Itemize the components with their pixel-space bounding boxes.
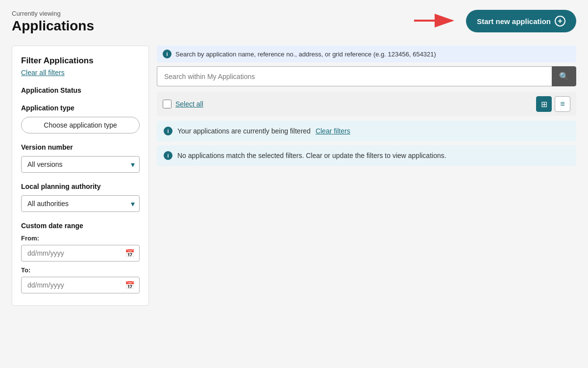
search-hint-banner: i Search by application name, reference … <box>157 46 576 62</box>
red-arrow-icon <box>414 11 458 30</box>
header-right: Start new application + <box>414 10 576 32</box>
view-toggle: ⊞ ≡ <box>536 96 570 112</box>
from-date-wrapper: 📅 <box>21 245 140 262</box>
search-input[interactable] <box>157 66 552 86</box>
search-icon: 🔍 <box>559 72 569 80</box>
version-number-title: Version number <box>21 143 140 151</box>
search-hint-text: Search by application name, reference no… <box>175 51 436 58</box>
to-date-wrapper: 📅 <box>21 277 140 293</box>
start-btn-label: Start new application <box>477 17 551 26</box>
app-type-title: Application type <box>21 104 140 112</box>
to-date-input[interactable] <box>21 277 140 293</box>
version-dropdown-wrapper: All versions Version 1 Version 2 Version… <box>21 156 140 173</box>
application-status-section: Application Status <box>21 86 140 94</box>
list-view-button[interactable]: ≡ <box>555 96 570 112</box>
lpa-title: Local planning authority <box>21 183 140 190</box>
select-all-wrapper: Select all <box>163 100 203 108</box>
date-range-title: Custom date range <box>21 222 140 230</box>
version-number-section: Version number All versions Version 1 Ve… <box>21 143 140 173</box>
info-icon: i <box>164 151 172 160</box>
no-results-msg: No applications match the selected filte… <box>177 152 446 159</box>
lpa-select[interactable]: All authorities Authority 1 Authority 2 <box>21 195 140 212</box>
filter-active-banner: i Your applications are currently being … <box>157 121 576 141</box>
start-new-application-button[interactable]: Start new application + <box>466 10 576 32</box>
page-header: Currently viewing Applications Start new… <box>12 10 576 34</box>
from-date-input[interactable] <box>21 245 140 262</box>
content-area: i Search by application name, reference … <box>157 46 576 170</box>
search-bar: 🔍 <box>157 66 576 86</box>
app-status-title: Application Status <box>21 86 140 94</box>
filter-title: Filter Applications <box>21 56 140 66</box>
custom-date-range-section: Custom date range From: 📅 To: 📅 <box>21 222 140 293</box>
select-all-checkbox[interactable] <box>163 100 172 108</box>
info-icon: i <box>163 50 172 58</box>
page-title: Applications <box>12 18 94 34</box>
clear-all-filters-button[interactable]: Clear all filters <box>21 69 65 77</box>
select-all-label[interactable]: Select all <box>175 100 203 108</box>
clear-filters-inline-button[interactable]: Clear filters <box>316 127 350 135</box>
currently-viewing-label: Currently viewing <box>12 10 94 17</box>
choose-application-type-button[interactable]: Choose application type <box>21 117 140 133</box>
version-select[interactable]: All versions Version 1 Version 2 Version… <box>21 156 140 173</box>
toolbar: Select all ⊞ ≡ <box>157 92 576 116</box>
from-label: From: <box>21 235 140 242</box>
arrow-decoration <box>414 11 458 32</box>
plus-icon: + <box>555 16 565 26</box>
filter-active-msg: Your applications are currently being fi… <box>177 127 311 135</box>
no-results-banner: i No applications match the selected fil… <box>157 145 576 166</box>
to-label: To: <box>21 266 140 274</box>
lpa-dropdown-wrapper: All authorities Authority 1 Authority 2 … <box>21 195 140 212</box>
lpa-section: Local planning authority All authorities… <box>21 183 140 212</box>
header-left: Currently viewing Applications <box>12 10 94 34</box>
grid-icon: ⊞ <box>541 100 547 109</box>
grid-view-button[interactable]: ⊞ <box>536 96 552 112</box>
main-layout: Filter Applications Clear all filters Ap… <box>12 46 576 306</box>
search-button[interactable]: 🔍 <box>552 66 576 86</box>
application-type-section: Application type Choose application type <box>21 104 140 133</box>
filter-sidebar: Filter Applications Clear all filters Ap… <box>12 46 149 306</box>
info-icon: i <box>164 127 172 135</box>
list-icon: ≡ <box>560 100 564 108</box>
